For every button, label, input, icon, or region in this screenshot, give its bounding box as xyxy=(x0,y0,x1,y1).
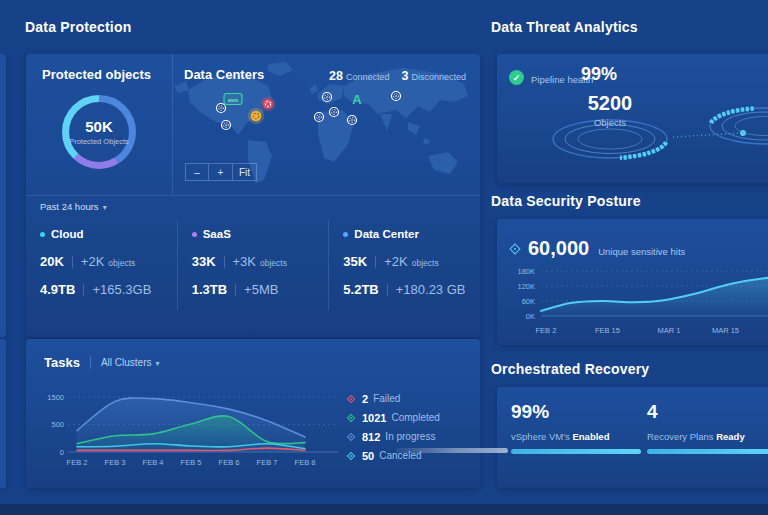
cloud-dot-icon xyxy=(40,232,45,237)
workload-stats: Cloud 20K+2Kobjects 4.9TB+165.3GB SaaS 3… xyxy=(26,220,480,310)
offscreen-card-edge-bottom xyxy=(0,339,6,488)
stat-col-data-center: Data Center 35K+2Kobjects 5.2TB+180.23 G… xyxy=(328,220,480,310)
svg-text:0K: 0K xyxy=(526,312,535,321)
map-fit-button[interactable]: Fit xyxy=(233,163,257,181)
disconnected-label: Disconnected xyxy=(411,72,466,82)
site-marker xyxy=(348,116,357,125)
map-zoom-out-button[interactable]: – xyxy=(185,163,209,181)
stat-col-saas: SaaS 33K+3Kobjects 1.3TB+5MB xyxy=(177,220,329,310)
bottom-strip xyxy=(0,504,768,515)
section-title-threat-analytics: Data Threat Analytics xyxy=(491,19,638,35)
tasks-legend: 2Failed 1021Completed 812In progress 50C… xyxy=(348,389,440,465)
svg-text:MAR 1: MAR 1 xyxy=(657,326,680,335)
hits-diamond-icon xyxy=(509,243,520,254)
connected-label: Connected xyxy=(346,72,390,82)
canceled-diamond-icon xyxy=(347,451,355,459)
offscreen-card-edge-top xyxy=(0,54,6,337)
section-title-orchestrated-recovery: Orchestrated Recovery xyxy=(491,361,649,377)
tasks-title: Tasks xyxy=(44,355,80,370)
dashboard: Data Protection Protected objects 50K Pr… xyxy=(0,0,768,515)
recovery-plans-stat: 4 Recovery Plans Ready4 xyxy=(647,401,768,454)
legend-item-failed[interactable]: 2Failed xyxy=(348,389,440,408)
svg-text:FEB 7: FEB 7 xyxy=(257,458,278,467)
sensitive-hits-area-chart: 0K60K120K180KFEB 2FEB 15MAR 1MAR 15 xyxy=(505,267,768,341)
vsphere-enabled-value: 99% xyxy=(511,401,641,423)
section-title-data-protection: Data Protection xyxy=(25,19,131,35)
past-24-hours-dropdown[interactable]: Past 24 hours▾ xyxy=(40,201,107,212)
divider xyxy=(26,195,480,196)
protected-objects-title: Protected objects xyxy=(42,67,151,82)
orchestrated-recovery-card: 99% vSphere VM's Enabled 4 Recovery Plan… xyxy=(497,387,768,488)
vsphere-label: vSphere VM's xyxy=(511,431,572,442)
sensitive-hits-value: 60,000 xyxy=(528,237,589,260)
section-title-security-posture: Data Security Posture xyxy=(491,193,641,209)
svg-text:FEB 15: FEB 15 xyxy=(595,326,620,335)
recovery-plans-state: Ready xyxy=(716,431,745,442)
vsphere-state: Enabled xyxy=(572,431,609,442)
site-marker xyxy=(323,93,332,102)
svg-text:MAR 15: MAR 15 xyxy=(712,326,739,335)
pipeline-objects-label: Objects xyxy=(497,117,723,128)
svg-text:FEB 8: FEB 8 xyxy=(295,458,316,467)
security-posture-card: 60,000 Unique sensitive hits 0K60K120K18… xyxy=(497,219,768,345)
site-marker xyxy=(217,104,226,113)
recovery-plans-label: Recovery Plans xyxy=(647,431,716,442)
azure-badge[interactable]: A xyxy=(352,92,362,107)
svg-text:FEB 5: FEB 5 xyxy=(181,458,202,467)
cluster-filter-dropdown[interactable]: All Clusters▾ xyxy=(101,357,160,368)
site-marker-alert[interactable] xyxy=(261,97,276,112)
tasks-line-chart: 15005000FEB 2FEB 3FEB 4FEB 5FEB 6FEB 7FE… xyxy=(38,379,358,479)
pipeline-objects-value: 5200 xyxy=(497,92,723,115)
svg-text:FEB 3: FEB 3 xyxy=(105,458,126,467)
protected-objects-donut: 50K Protected Objects xyxy=(55,88,143,176)
site-marker-warning[interactable] xyxy=(248,108,264,124)
svg-text:FEB 2: FEB 2 xyxy=(535,326,556,335)
tasks-card: Tasks All Clusters▾ 15005000FEB 2FEB 3FE… xyxy=(26,339,480,488)
map-zoom-controls: – + Fit xyxy=(185,163,257,181)
failed-diamond-icon xyxy=(347,394,355,402)
data-center-dot-icon xyxy=(343,232,348,237)
divider xyxy=(90,356,91,369)
data-centers-title: Data Centers xyxy=(184,67,264,82)
site-marker xyxy=(222,121,231,130)
protected-objects-label: Protected Objects xyxy=(69,137,129,146)
vsphere-recovery-stat: 99% vSphere VM's Enabled xyxy=(511,401,641,454)
saas-dot-icon xyxy=(192,232,197,237)
legend-item-completed[interactable]: 1021Completed xyxy=(348,408,440,427)
map-zoom-in-button[interactable]: + xyxy=(209,163,233,181)
recovery-plans-progress-bar xyxy=(647,449,768,454)
data-protection-card: Protected objects 50K Protected Objects … xyxy=(26,54,480,337)
stat-col-cloud: Cloud 20K+2Kobjects 4.9TB+165.3GB xyxy=(26,220,177,310)
connected-count: 28 xyxy=(329,69,343,83)
svg-text:FEB 4: FEB 4 xyxy=(143,458,164,467)
aws-badge-label: aws xyxy=(228,97,239,103)
legend-item-in-progress[interactable]: 812In progress xyxy=(348,427,440,446)
aws-badge[interactable]: aws xyxy=(224,94,242,105)
svg-text:1500: 1500 xyxy=(47,393,64,402)
playback-scrubber[interactable] xyxy=(396,448,508,453)
sensitive-hits-label: Unique sensitive hits xyxy=(598,246,685,257)
vsphere-progress-bar xyxy=(511,449,641,454)
completed-diamond-icon xyxy=(347,413,355,421)
in-progress-diamond-icon xyxy=(347,432,355,440)
chevron-down-icon: ▾ xyxy=(155,359,159,368)
svg-text:60K: 60K xyxy=(522,297,535,306)
data-centers-stats: 28Connected 3Disconnected xyxy=(329,66,466,84)
svg-text:FEB 2: FEB 2 xyxy=(67,458,88,467)
site-marker xyxy=(315,113,324,122)
recovery-plans-value: 4 xyxy=(647,401,768,423)
svg-text:180K: 180K xyxy=(517,267,535,276)
svg-text:0: 0 xyxy=(60,448,64,457)
svg-text:FEB 6: FEB 6 xyxy=(219,458,240,467)
disconnected-count: 3 xyxy=(402,69,409,83)
chevron-down-icon: ▾ xyxy=(103,203,107,212)
svg-text:120K: 120K xyxy=(517,282,535,291)
site-marker xyxy=(330,108,339,117)
protected-objects-value: 50K xyxy=(85,118,113,135)
site-marker xyxy=(392,92,401,101)
svg-text:500: 500 xyxy=(51,420,64,429)
threat-analytics-card: ✓ Pipeline health 99% 5200 Objects xyxy=(497,54,768,183)
